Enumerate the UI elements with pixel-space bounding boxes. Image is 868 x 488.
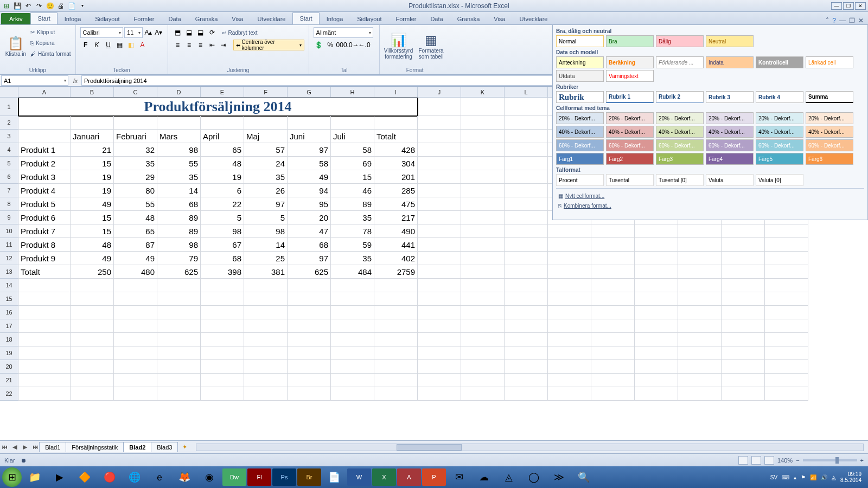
style-swatch[interactable]: Utdata <box>556 70 604 82</box>
border-button[interactable]: ▦ <box>114 40 125 50</box>
cell[interactable] <box>418 252 461 265</box>
fx-icon[interactable]: fx <box>69 78 81 84</box>
style-swatch[interactable]: Färg1 <box>556 153 604 165</box>
cell[interactable] <box>461 360 505 374</box>
style-swatch[interactable]: 60% - Dekorf... <box>806 139 853 151</box>
start-button[interactable]: ⊞ <box>2 467 22 487</box>
cell[interactable]: 304 <box>374 157 418 170</box>
style-swatch[interactable]: 40% - Dekorf... <box>756 126 803 138</box>
row-header[interactable]: 20 <box>0 360 18 374</box>
cell[interactable] <box>765 306 808 319</box>
combine-formats[interactable]: ⎘Kombinera format... <box>556 201 864 210</box>
cell[interactable] <box>461 374 505 387</box>
cell[interactable] <box>201 116 244 130</box>
cell[interactable] <box>765 252 808 265</box>
paste-button[interactable]: 📋 Klistra in <box>4 27 27 66</box>
cell[interactable] <box>505 238 548 252</box>
cell[interactable] <box>635 252 678 265</box>
cell[interactable]: 6 <box>201 184 244 197</box>
cell[interactable] <box>678 333 722 346</box>
cell[interactable] <box>548 224 591 238</box>
tray-time[interactable]: 09:19 <box>840 471 861 477</box>
cell[interactable] <box>418 197 461 211</box>
cell[interactable] <box>635 387 678 401</box>
cell[interactable] <box>418 224 461 238</box>
cell[interactable]: Juli <box>331 130 374 143</box>
cell[interactable] <box>201 387 244 401</box>
style-swatch[interactable]: Färg6 <box>806 153 853 165</box>
cell[interactable] <box>288 292 331 306</box>
cell[interactable]: 55 <box>114 197 157 211</box>
cell[interactable]: 58 <box>288 157 331 170</box>
cell[interactable] <box>71 292 114 306</box>
cell[interactable] <box>635 265 678 279</box>
cell[interactable] <box>548 387 591 401</box>
cell[interactable] <box>201 279 244 292</box>
cell[interactable] <box>635 374 678 387</box>
access-icon[interactable]: A <box>397 468 421 486</box>
cell[interactable] <box>548 346 591 360</box>
cell[interactable] <box>678 279 722 292</box>
style-swatch[interactable]: Neutral <box>706 35 754 47</box>
undo-icon[interactable]: ↶ <box>24 2 33 10</box>
comma-button[interactable]: 000 <box>336 40 347 50</box>
tab-data[interactable]: Data <box>423 13 450 24</box>
style-swatch[interactable]: 20% - Dekorf... <box>556 112 604 124</box>
cell[interactable] <box>591 374 635 387</box>
cell[interactable]: 398 <box>201 265 244 279</box>
cell[interactable]: 46 <box>331 184 374 197</box>
cell[interactable]: 98 <box>244 224 288 238</box>
cell[interactable] <box>505 143 548 157</box>
column-header[interactable]: E <box>201 87 244 98</box>
column-header[interactable]: J <box>418 87 461 98</box>
style-swatch[interactable]: Förklarande ... <box>656 56 704 68</box>
row-header[interactable]: 14 <box>0 279 18 292</box>
style-swatch[interactable]: Länkad cell <box>806 56 853 68</box>
decrease-decimal-button[interactable]: ←.0 <box>359 40 370 50</box>
style-swatch[interactable]: 60% - Dekorf... <box>706 139 754 151</box>
cell[interactable] <box>461 333 505 346</box>
cell[interactable] <box>201 346 244 360</box>
tray-volume-icon[interactable]: 🔊 <box>821 474 827 480</box>
style-swatch[interactable]: 40% - Dekorf... <box>656 126 704 138</box>
style-swatch[interactable]: Färg4 <box>706 153 754 165</box>
cell[interactable] <box>505 252 548 265</box>
cell[interactable]: Produkt 4 <box>18 184 71 197</box>
vlc-icon[interactable]: 🔶 <box>73 468 97 486</box>
cell[interactable] <box>244 387 288 401</box>
save-icon[interactable]: 💾 <box>13 2 22 10</box>
cell[interactable] <box>678 346 722 360</box>
style-swatch[interactable]: Varningstext <box>606 70 654 82</box>
cell[interactable]: 89 <box>331 197 374 211</box>
cell[interactable] <box>591 292 635 306</box>
cell[interactable] <box>331 279 374 292</box>
cell[interactable] <box>505 319 548 333</box>
cell[interactable]: 201 <box>374 170 418 184</box>
onedrive-icon[interactable]: ☁ <box>472 468 496 486</box>
cell[interactable] <box>201 374 244 387</box>
currency-button[interactable]: 💲 <box>314 40 324 50</box>
cell[interactable] <box>374 346 418 360</box>
cell[interactable] <box>505 279 548 292</box>
cell[interactable]: Mars <box>157 130 201 143</box>
style-swatch[interactable]: Rubrik 4 <box>756 91 803 103</box>
tab-sidlayout[interactable]: Sidlayout <box>88 13 126 24</box>
cell[interactable] <box>505 333 548 346</box>
cell[interactable]: 428 <box>374 143 418 157</box>
view-page-break-button[interactable] <box>764 456 774 465</box>
row-header[interactable]: 17 <box>0 319 18 333</box>
cell[interactable]: 98 <box>157 143 201 157</box>
cell[interactable] <box>722 387 765 401</box>
cell[interactable] <box>765 360 808 374</box>
tab-utvecklare[interactable]: Utvecklare <box>512 13 554 24</box>
cell[interactable] <box>157 387 201 401</box>
column-header[interactable]: H <box>331 87 374 98</box>
cell[interactable]: 65 <box>114 224 157 238</box>
cell[interactable]: 87 <box>114 238 157 252</box>
help-icon[interactable]: ? <box>832 17 836 24</box>
cell[interactable]: 48 <box>71 238 114 252</box>
tab-granska[interactable]: Granska <box>188 13 225 24</box>
row-header[interactable]: 11 <box>0 238 18 252</box>
cell[interactable] <box>418 184 461 197</box>
row-header[interactable]: 12 <box>0 252 18 265</box>
